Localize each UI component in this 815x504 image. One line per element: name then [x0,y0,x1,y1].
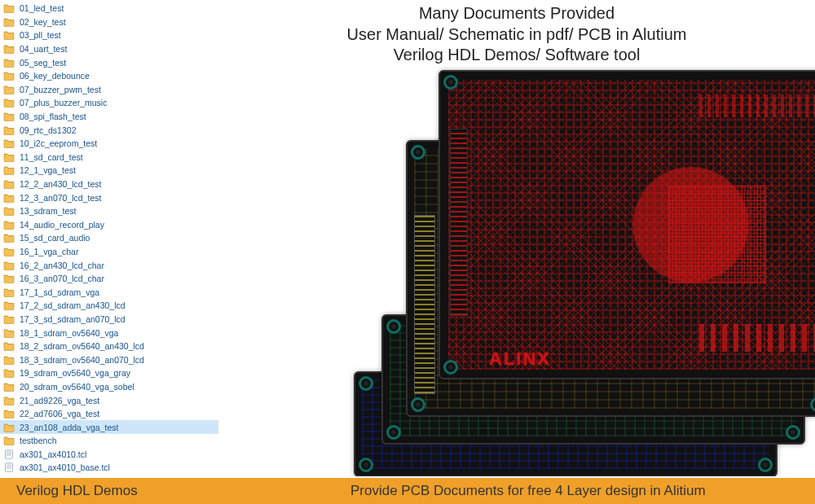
file-item-label: 17_1_sd_sdram_vga [20,287,99,297]
file-item-label: 06_key_debounce [20,71,90,81]
file-icon [3,449,15,459]
folder-icon [3,206,15,216]
file-item-label: 15_sd_card_audio [20,233,90,243]
folder-icon [3,17,15,27]
file-item-label: 10_i2c_eeprom_test [20,138,97,148]
folder-item[interactable]: 18_1_sdram_ov5640_vga [0,326,218,340]
folder-icon [3,85,15,94]
folder-item[interactable]: testbench [0,434,218,448]
folder-item[interactable]: 18_3_sdram_ov5640_an070_lcd [0,353,218,366]
folder-icon [3,314,15,324]
file-item-label: ax301_ax4010.tcl [20,449,86,459]
footer-right-text: Provide PCB Documents for free 4 Layer d… [350,483,815,499]
folder-item[interactable]: 17_2_sd_sdram_an430_lcd [0,299,218,313]
folder-item[interactable]: 12_2_an430_lcd_test [0,177,218,191]
folder-icon [3,328,15,338]
folder-item[interactable]: 21_ad9226_vga_test [0,393,218,407]
headline-block: Many Documents Provided User Manual/ Sch… [218,0,815,66]
file-item-label: 07_buzzer_pwm_test [20,85,101,94]
folder-icon [3,436,15,445]
folder-icon [3,287,15,297]
file-item-label: 21_ad9226_vga_test [20,396,99,405]
file-item[interactable]: ax301_ax4010.tcl [0,448,218,462]
file-item-label: 01_led_test [20,3,64,13]
folder-icon [3,423,15,432]
footer-bar: Verilog HDL Demos Provide PCB Documents … [0,476,815,504]
pcb-layer-red: ALINX [438,70,815,379]
folder-icon [3,341,15,351]
file-item-label: 05_seg_test [20,58,66,68]
folder-item[interactable]: 13_sdram_test [0,204,218,218]
file-item[interactable]: ax301_ax4010_base.tcl [0,461,218,475]
folder-item[interactable]: 16_1_vga_char [0,245,218,259]
file-icon [3,462,15,472]
folder-item[interactable]: 15_sd_card_audio [0,231,218,245]
folder-icon [3,58,15,68]
folder-item[interactable]: 22_ad7606_vga_test [0,407,218,421]
headline-line-1: Many Documents Provided [218,3,815,24]
folder-item[interactable]: 03_pll_test [0,28,218,42]
folder-item[interactable]: 02_key_test [0,15,218,29]
folder-item[interactable]: 04_uart_test [0,42,218,56]
file-item-label: 22_ad7606_vga_test [20,409,99,419]
file-item-label: 11_sd_card_test [20,152,83,162]
folder-icon [3,396,15,405]
file-item-label: testbench [20,436,57,445]
file-item-label: 04_uart_test [20,44,67,54]
file-item-label: 20_sdram_ov5640_vga_sobel [20,382,134,392]
folder-item[interactable]: 17_1_sd_sdram_vga [0,285,218,299]
file-explorer-panel: 01_led_test02_key_test03_pll_test04_uart… [0,0,218,476]
file-item-label: 03_pll_test [20,30,61,40]
file-item-label: 23_an108_adda_vga_test [20,423,118,432]
folder-item[interactable]: 08_spi_flash_test [0,110,218,124]
pcb-brand-label: ALINX [489,348,551,370]
file-item-label: 13_sdram_test [20,206,76,216]
folder-icon [3,98,15,107]
folder-icon [3,138,15,148]
folder-item[interactable]: 20_sdram_ov5640_vga_sobel [0,380,218,394]
folder-item[interactable]: 11_sd_card_test [0,151,218,164]
folder-icon [3,409,15,419]
folder-item[interactable]: 07_buzzer_pwm_test [0,83,218,97]
file-list: 01_led_test02_key_test03_pll_test04_uart… [0,0,218,476]
folder-icon [3,152,15,162]
folder-item[interactable]: 09_rtc_ds1302 [0,123,218,137]
folder-item[interactable]: 23_an108_adda_vga_test [0,420,218,434]
file-item-label: 07_plus_buzzer_music [20,98,107,107]
folder-item[interactable]: 10_i2c_eeprom_test [0,137,218,151]
folder-item[interactable]: 07_plus_buzzer_music [0,96,218,110]
folder-icon [3,193,15,203]
headline-line-3: Verilog HDL Demos/ Software tool [218,45,815,66]
folder-item[interactable]: 18_2_sdram_ov5640_an430_lcd [0,340,218,353]
folder-item[interactable]: 12_1_vga_test [0,164,218,177]
file-item-label: 16_3_an070_lcd_char [20,274,104,283]
folder-icon [3,165,15,175]
folder-icon [3,179,15,189]
folder-item[interactable]: 16_2_an430_lcd_char [0,258,218,272]
file-item-label: 17_2_sd_sdram_an430_lcd [20,300,126,310]
folder-icon [3,220,15,230]
folder-icon [3,355,15,365]
folder-icon [3,382,15,392]
folder-item[interactable]: 12_3_an070_lcd_test [0,191,218,204]
folder-icon [3,30,15,40]
file-item-label: 14_audio_record_play [20,220,104,230]
file-item-label: 09_rtc_ds1302 [20,125,76,135]
folder-icon [3,3,15,13]
file-item-label: ax301_ax4010_base.tcl [20,462,110,472]
folder-item[interactable]: 19_sdram_ov5640_vga_gray [0,366,218,380]
folder-item[interactable]: 16_3_an070_lcd_char [0,272,218,286]
file-item-label: 08_spi_flash_test [20,112,86,121]
folder-item[interactable]: 17_3_sd_sdram_an070_lcd [0,313,218,327]
footer-left-text: Verilog HDL Demos [0,483,350,499]
folder-item[interactable]: 06_key_debounce [0,69,218,83]
folder-item[interactable]: 01_led_test [0,2,218,15]
file-item-label: 02_key_test [20,17,66,27]
folder-item[interactable]: 14_audio_record_play [0,218,218,232]
folder-item[interactable]: 05_seg_test [0,55,218,69]
file-item-label: 16_2_an430_lcd_char [20,261,104,270]
folder-icon [3,261,15,270]
file-item-label: 18_2_sdram_ov5640_an430_lcd [20,341,144,351]
folder-icon [3,125,15,135]
folder-icon [3,112,15,121]
